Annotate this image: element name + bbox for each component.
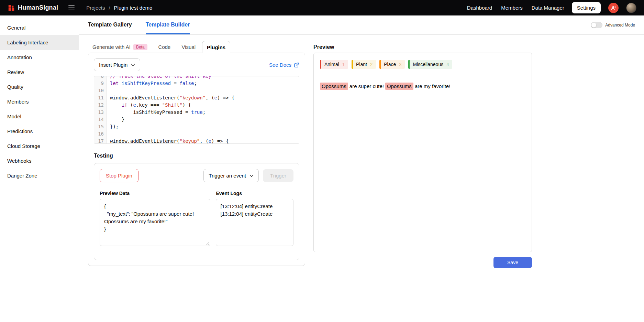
invite-user-button[interactable] [608, 3, 619, 13]
testing-panels: Preview Data { "my_text": "Opossums are … [100, 191, 293, 246]
code-line: window.addEventListener("keydown", (e) =… [110, 94, 299, 101]
subtab-code[interactable]: Code [154, 41, 175, 53]
subtab-visual[interactable]: Visual [177, 41, 200, 53]
highlighted-span[interactable]: Opossums [320, 83, 348, 90]
label-chips: Animal1Plant2Place3Miscellaneous4 [320, 60, 525, 69]
trigger-event-select[interactable]: Trigger an event [203, 169, 259, 182]
code-line: }); [110, 123, 299, 130]
editor-inner: 891011121314151617 // Track the state of… [94, 76, 299, 144]
tab-template-gallery[interactable]: Template Gallery [88, 15, 132, 34]
label-chip-place[interactable]: Place3 [379, 60, 405, 69]
sidebar: GeneralLabeling InterfaceAnnotationRevie… [0, 15, 79, 322]
preview-data-panel: Preview Data { "my_text": "Opossums are … [100, 191, 210, 246]
chevron-down-icon [249, 174, 254, 177]
preview-column: Preview Animal1Plant2Place3Miscellaneous… [313, 41, 532, 268]
sidebar-item-model[interactable]: Model [0, 109, 79, 124]
settings-button[interactable]: Settings [572, 2, 601, 13]
insert-plugin-label: Insert Plugin [99, 62, 127, 68]
code-editor[interactable]: 891011121314151617 // Track the state of… [94, 76, 299, 144]
nav-dashboard[interactable]: Dashboard [467, 5, 492, 11]
testing-title: Testing [94, 153, 299, 159]
sidebar-item-labeling-interface[interactable]: Labeling Interface [0, 35, 79, 50]
highlighted-span[interactable]: Opossums [385, 83, 413, 90]
subtab-label: Plugins [207, 44, 225, 50]
breadcrumb-separator: / [109, 5, 110, 11]
trigger-button[interactable]: Trigger [263, 169, 293, 182]
external-link-icon [294, 62, 299, 68]
testing-controls: Stop Plugin Trigger an event Trigger [100, 169, 293, 182]
see-docs-label: See Docs [269, 62, 291, 68]
code-line: isShiftKeyPressed = true; [110, 109, 299, 116]
label-chip-miscellaneous[interactable]: Miscellaneous4 [408, 60, 452, 69]
brand[interactable]: HumanSignal [8, 4, 58, 12]
editor-line-number: 13 [94, 109, 104, 116]
page-layout: GeneralLabeling InterfaceAnnotationRevie… [0, 15, 644, 322]
code-line: if (e.key === "Shift") { [110, 101, 299, 109]
nav-members[interactable]: Members [501, 5, 523, 11]
advanced-mode-toggle[interactable] [591, 22, 602, 28]
editor-line-number: 12 [94, 101, 104, 109]
content-row: Generate with AIBetaCodeVisualPlugins In… [79, 35, 644, 268]
text-span: are my favorite! [413, 83, 451, 89]
sidebar-item-general[interactable]: General [0, 20, 79, 35]
sidebar-item-predictions[interactable]: Predictions [0, 124, 79, 139]
subtab-label: Visual [181, 44, 196, 50]
sidebar-item-danger-zone[interactable]: Danger Zone [0, 168, 79, 183]
label-chip-text: Animal [324, 62, 339, 67]
code-line: window.addEventListener("keyup", (e) => … [110, 138, 299, 144]
code-line: } [110, 116, 299, 123]
breadcrumb-current: Plugin test demo [114, 5, 153, 11]
sidebar-item-cloud-storage[interactable]: Cloud Storage [0, 139, 79, 153]
main-content: Template GalleryTemplate Builder Advance… [79, 15, 644, 322]
label-chip-animal[interactable]: Animal1 [320, 60, 348, 69]
sidebar-item-webhooks[interactable]: Webhooks [0, 153, 79, 168]
event-log-entry: [13:12:04] entityCreate [220, 203, 289, 210]
label-chip-text: Miscellaneous [413, 62, 443, 67]
breadcrumb-projects[interactable]: Projects [86, 5, 105, 11]
testing-card: Stop Plugin Trigger an event Trigger [94, 163, 299, 260]
label-chip-text: Place [384, 62, 396, 67]
sidebar-item-annotation[interactable]: Annotation [0, 50, 79, 65]
nav-data-manager[interactable]: Data Manager [532, 5, 564, 11]
subtab-generate-with-ai[interactable]: Generate with AIBeta [88, 41, 152, 53]
person-add-icon [610, 5, 617, 11]
preview-text: Opossums are super cute! Opossums are my… [320, 82, 525, 91]
editor-line-number: 15 [94, 123, 104, 130]
label-chip-count: 2 [370, 62, 373, 67]
editor-line-number: 14 [94, 116, 104, 123]
tab-template-builder[interactable]: Template Builder [146, 15, 190, 34]
save-button[interactable]: Save [493, 257, 532, 268]
preview-data-box[interactable]: { "my_text": "Opossums are super cute! O… [100, 199, 210, 246]
editor-line-number: 16 [94, 130, 104, 138]
stop-plugin-button[interactable]: Stop Plugin [100, 169, 138, 182]
sidebar-item-review[interactable]: Review [0, 65, 79, 79]
brand-name: HumanSignal [18, 4, 58, 11]
insert-plugin-button[interactable]: Insert Plugin [94, 58, 140, 71]
editor-code: // Track the state of the shift keylet i… [107, 76, 299, 144]
code-line: // Track the state of the shift key [110, 76, 299, 80]
preview-card: Animal1Plant2Place3Miscellaneous4 Opossu… [313, 53, 532, 252]
code-line [110, 130, 299, 138]
editor-line-number: 8 [94, 76, 104, 80]
event-logs-title: Event Logs [216, 191, 293, 196]
toggle-knob [591, 23, 596, 28]
trigger-group: Trigger an event Trigger [203, 169, 293, 182]
trigger-event-value: Trigger an event [209, 173, 246, 179]
subtab-label: Generate with AI [92, 44, 131, 50]
text-span: are super cute! [348, 83, 385, 89]
sidebar-item-quality[interactable]: Quality [0, 79, 79, 94]
plugin-editor-card: Insert Plugin See Docs [88, 53, 305, 266]
subtab-plugins[interactable]: Plugins [202, 41, 230, 53]
label-chip-count: 4 [446, 62, 449, 67]
beta-badge: Beta [133, 44, 147, 50]
label-chip-text: Plant [356, 62, 367, 67]
advanced-mode-label: Advanced Mode [605, 23, 635, 28]
subtabs: Generate with AIBetaCodeVisualPlugins [88, 41, 305, 53]
subtab-label: Code [158, 44, 171, 50]
label-chip-plant[interactable]: Plant2 [352, 60, 376, 69]
resize-handle[interactable] [206, 241, 209, 245]
see-docs-link[interactable]: See Docs [269, 62, 299, 68]
menu-icon[interactable] [67, 4, 76, 12]
user-avatar[interactable] [626, 3, 636, 13]
sidebar-item-members[interactable]: Members [0, 94, 79, 109]
